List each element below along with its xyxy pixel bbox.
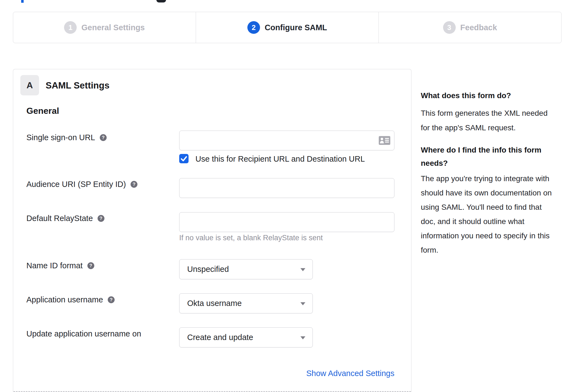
relay-state-hint: If no value is set, a blank RelayState i… xyxy=(179,234,323,242)
name-id-format-help-icon[interactable]: ? xyxy=(87,262,94,269)
step-3-label: Feedback xyxy=(460,23,497,32)
caret-down-icon xyxy=(300,302,305,305)
cropped-header-blue-fragment xyxy=(21,0,24,3)
relay-state-label-text: Default RelayState xyxy=(26,214,93,223)
step-3-number-badge: 3 xyxy=(443,21,456,34)
sso-url-label-text: Single sign-on URL xyxy=(26,133,95,142)
sso-url-label: Single sign-on URL ? xyxy=(26,133,107,142)
name-id-format-select[interactable]: Unspecified xyxy=(179,259,313,279)
saml-settings-panel: A SAML Settings General Single sign-on U… xyxy=(13,69,411,392)
application-username-label: Application username ? xyxy=(26,295,115,304)
sidebar-paragraph-2-line: information you need to specify in this xyxy=(421,231,549,240)
update-application-username-select[interactable]: Create and update xyxy=(179,327,313,347)
recipient-url-checkbox[interactable] xyxy=(179,154,189,163)
sidebar-question-1-title: What does this form do? xyxy=(421,91,511,100)
sidebar-paragraph-1-line: This form generates the XML needed xyxy=(421,109,548,118)
name-id-format-label: Name ID format ? xyxy=(26,261,94,270)
sso-url-help-icon[interactable]: ? xyxy=(100,134,107,141)
sidebar-paragraph-2-line: using SAML. You'll need to find that xyxy=(421,203,542,212)
step-1-number-badge: 1 xyxy=(64,21,77,34)
panel-title: SAML Settings xyxy=(46,80,109,91)
name-id-format-label-text: Name ID format xyxy=(26,261,83,270)
relay-state-help-icon[interactable]: ? xyxy=(98,215,104,222)
sidebar-paragraph-2-line: doc, and it should outline what xyxy=(421,217,524,226)
sidebar-paragraph-1-line: for the app's SAML request. xyxy=(421,123,516,132)
cropped-app-logo-fragment xyxy=(156,0,166,2)
update-application-username-value: Create and update xyxy=(187,333,253,342)
sidebar-question-2-title-line: Where do I find the info this form xyxy=(421,146,541,154)
show-advanced-settings-link[interactable]: Show Advanced Settings xyxy=(179,369,394,378)
application-username-help-icon[interactable]: ? xyxy=(108,296,115,303)
general-section-heading: General xyxy=(26,106,59,116)
update-application-username-label: Update application username on xyxy=(26,329,141,338)
update-application-username-label-text: Update application username on xyxy=(26,329,141,338)
application-username-select[interactable]: Okta username xyxy=(179,293,313,313)
application-username-value: Okta username xyxy=(187,299,242,308)
step-feedback[interactable]: 3 Feedback xyxy=(379,12,561,43)
contact-card-icon xyxy=(379,136,390,145)
step-configure-saml[interactable]: 2 Configure SAML xyxy=(196,12,379,43)
step-2-number-badge: 2 xyxy=(247,21,260,34)
caret-down-icon xyxy=(300,336,305,339)
step-general-settings[interactable]: 1 General Settings xyxy=(13,12,196,43)
caret-down-icon xyxy=(300,268,305,271)
sidebar-paragraph-2-line: form. xyxy=(421,246,438,255)
sso-url-input-wrap xyxy=(179,131,394,150)
step-2-label: Configure SAML xyxy=(265,23,327,32)
step-1-label: General Settings xyxy=(81,23,145,32)
audience-uri-help-icon[interactable]: ? xyxy=(131,181,137,188)
audience-uri-label-text: Audience URI (SP Entity ID) xyxy=(26,180,126,189)
relay-state-label: Default RelayState ? xyxy=(26,214,104,223)
sidebar-question-2-title-line: needs? xyxy=(421,159,448,168)
audience-uri-input[interactable] xyxy=(179,178,394,198)
audience-uri-label: Audience URI (SP Entity ID) ? xyxy=(26,180,137,189)
sidebar-paragraph-2-line: The app you're trying to integrate with xyxy=(421,174,549,183)
sso-url-input[interactable] xyxy=(179,131,394,150)
name-id-format-value: Unspecified xyxy=(187,265,229,274)
checkmark-icon xyxy=(179,154,189,163)
section-a-badge: A xyxy=(20,75,39,95)
relay-state-input[interactable] xyxy=(179,212,394,232)
application-username-label-text: Application username xyxy=(26,295,103,304)
recipient-url-checkbox-label: Use this for Recipient URL and Destinati… xyxy=(195,154,365,164)
sidebar-paragraph-2-line: should have its own documentation on xyxy=(421,189,552,197)
wizard-stepper: 1 General Settings 2 Configure SAML 3 Fe… xyxy=(13,12,562,43)
